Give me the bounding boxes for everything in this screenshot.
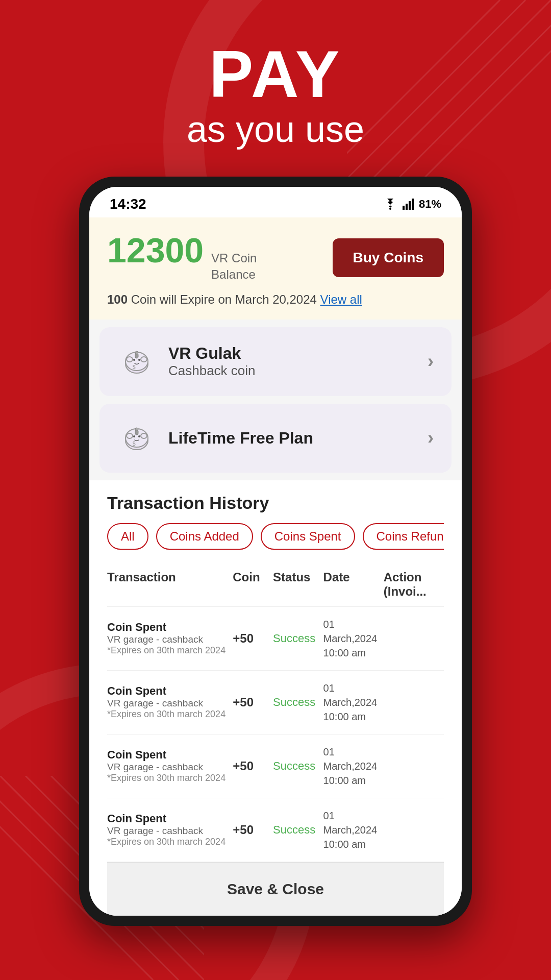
transaction-cell: Coin Spent VR garage - cashback *Expires…: [107, 684, 233, 720]
buy-coins-button[interactable]: Buy Coins: [333, 238, 444, 277]
filter-tab-coins-added[interactable]: Coins Added: [156, 523, 253, 550]
vr-gulak-title: VR Gulak: [168, 344, 256, 363]
coin-balance-area: 12300 VR Coin Balance Buy Coins 100 Coin…: [89, 217, 462, 319]
wifi-icon: [383, 199, 397, 210]
table-row: Coin Spent VR garage - cashback *Expires…: [107, 798, 444, 862]
vr-gulak-chevron: ›: [428, 351, 434, 372]
svg-point-31: [135, 428, 138, 431]
svg-point-17: [127, 357, 133, 362]
svg-point-27: [141, 433, 147, 438]
filter-tabs: All Coins Added Coins Spent Coins Refund…: [107, 523, 444, 550]
svg-point-26: [127, 433, 133, 438]
transaction-section: Transaction History All Coins Added Coin…: [89, 480, 462, 916]
status-cell: Success: [273, 696, 323, 709]
date-cell: 01 March,202410:00 am: [323, 808, 384, 851]
coin-cell: +50: [233, 759, 273, 773]
status-bar: 14:32: [89, 187, 462, 217]
col-status: Status: [273, 570, 323, 599]
vr-gulak-subtitle: Cashback coin: [168, 363, 256, 379]
vr-gulak-left: $ VR Gulak Cashback coin: [117, 342, 256, 381]
phone-frame: 14:32: [79, 177, 472, 925]
svg-point-22: [135, 351, 138, 354]
expiry-text: Coin will Expire on March 20,2024: [131, 292, 320, 306]
table-row: Coin Spent VR garage - cashback *Expires…: [107, 671, 444, 734]
pay-title: PAY: [0, 41, 551, 107]
col-date: Date: [323, 570, 384, 599]
pay-subtitle: as you use: [0, 107, 551, 151]
col-action: Action (Invoi...: [384, 570, 444, 599]
col-coin: Coin: [233, 570, 273, 599]
table-row: Coin Spent VR garage - cashback *Expires…: [107, 734, 444, 798]
battery-indicator: 81%: [419, 198, 441, 211]
expiry-count: 100: [107, 292, 128, 306]
svg-point-10: [389, 208, 391, 210]
lifetime-plan-chevron: ›: [428, 427, 434, 449]
date-cell: 01 March,202410:00 am: [323, 617, 384, 660]
lifetime-plan-card[interactable]: $ LifeTime Free Plan ›: [99, 404, 452, 473]
transaction-history-title: Transaction History: [107, 493, 444, 513]
vr-gulak-text: VR Gulak Cashback coin: [168, 344, 256, 379]
svg-text:$: $: [133, 364, 136, 370]
transaction-cell: Coin Spent VR garage - cashback *Expires…: [107, 748, 233, 783]
svg-point-19: [133, 359, 135, 361]
table-header: Transaction Coin Status Date Action (Inv…: [107, 562, 444, 607]
signal-icon: [403, 199, 414, 210]
coin-label: VR Coin Balance: [211, 250, 257, 282]
svg-rect-11: [403, 206, 405, 210]
status-icons: 81%: [383, 198, 441, 211]
date-cell: 01 March,202410:00 am: [323, 745, 384, 788]
transaction-cell: Coin Spent VR garage - cashback *Expires…: [107, 812, 233, 847]
header-section: PAY as you use: [0, 0, 551, 177]
filter-tab-all[interactable]: All: [107, 523, 148, 550]
table-row: Coin Spent VR garage - cashback *Expires…: [107, 607, 444, 671]
svg-point-20: [138, 359, 140, 361]
col-transaction: Transaction: [107, 570, 233, 599]
save-close-button[interactable]: Save & Close: [107, 862, 444, 916]
svg-rect-13: [409, 201, 411, 210]
svg-point-18: [141, 357, 147, 362]
transaction-cell: Coin Spent VR garage - cashback *Expires…: [107, 621, 233, 656]
vr-gulak-icon: $: [117, 342, 156, 381]
balance-left: 12300 VR Coin Balance: [107, 233, 257, 282]
lifetime-plan-icon: $: [117, 419, 156, 457]
balance-row: 12300 VR Coin Balance Buy Coins: [107, 233, 444, 282]
svg-point-29: [138, 435, 140, 437]
coin-cell: +50: [233, 631, 273, 646]
coin-cell: +50: [233, 823, 273, 837]
status-time: 14:32: [110, 196, 146, 212]
lifetime-plan-title: LifeTime Free Plan: [168, 429, 313, 448]
vr-gulak-card[interactable]: $ VR Gulak Cashback coin ›: [99, 327, 452, 396]
lifetime-plan-left: $ LifeTime Free Plan: [117, 419, 313, 457]
filter-tab-coins-refunded[interactable]: Coins Refunde...: [363, 523, 444, 550]
status-cell: Success: [273, 632, 323, 645]
view-all-link[interactable]: View all: [320, 292, 362, 306]
lifetime-plan-text: LifeTime Free Plan: [168, 429, 313, 448]
svg-text:$: $: [133, 441, 136, 447]
coin-amount: 12300: [107, 233, 204, 267]
phone-screen: 14:32: [89, 187, 462, 915]
date-cell: 01 March,202410:00 am: [323, 681, 384, 724]
svg-rect-12: [406, 204, 408, 210]
filter-tab-coins-spent[interactable]: Coins Spent: [261, 523, 355, 550]
coin-cell: +50: [233, 695, 273, 709]
expiry-row: 100 Coin will Expire on March 20,2024 Vi…: [107, 292, 444, 307]
phone-mockup: 14:32: [79, 177, 472, 925]
svg-rect-14: [412, 199, 414, 210]
status-cell: Success: [273, 760, 323, 773]
status-cell: Success: [273, 823, 323, 837]
svg-point-28: [133, 435, 135, 437]
